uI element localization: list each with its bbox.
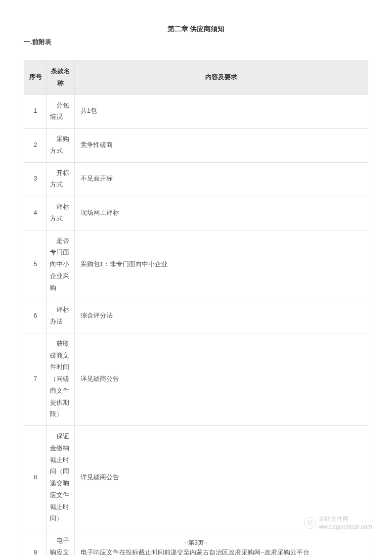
cell-num: 2 — [24, 129, 47, 163]
cell-num: 1 — [24, 94, 47, 129]
cell-content: 不见面开标 — [75, 162, 368, 196]
cell-content: 共1包 — [75, 94, 368, 129]
header-name: 条款名称 — [47, 61, 75, 95]
chapter-title: 第二章 供应商须知 — [24, 25, 368, 34]
cell-num: 8 — [24, 426, 47, 530]
watermark-url: www.cgwenjian.com — [319, 523, 372, 530]
table-row: 6 评标办法 综合评分法 — [24, 299, 368, 333]
cell-num: 4 — [24, 196, 47, 231]
watermark-logo-icon: 佰 — [304, 517, 316, 529]
cell-content: 详见磋商公告 — [75, 333, 368, 425]
table-row: 5 是否专门面向中小企业采购 采购包1：非专门面向中小企业 — [24, 230, 368, 299]
table-row: 4 评标方式 现场网上评标 — [24, 196, 368, 231]
cell-content: 竞争性磋商 — [75, 129, 368, 163]
cell-name: 是否专门面向中小企业采购 — [47, 230, 75, 299]
cell-name: 评标方式 — [47, 196, 75, 231]
table-row: 3 开标方式 不见面开标 — [24, 162, 368, 196]
attachment-table: 序号 条款名称 内容及要求 1 分包情况 共1包 2 采购方式 竞争性磋商 3 … — [24, 60, 368, 555]
cell-name: 开标方式 — [47, 162, 75, 196]
cell-content: 采购包1：非专门面向中小企业 — [75, 230, 368, 299]
page-footer: --第3页-- — [0, 539, 392, 547]
table-row: 7 获取磋商文件时间（同磋商文件提供期限） 详见磋商公告 — [24, 333, 368, 425]
table-row: 2 采购方式 竞争性磋商 — [24, 129, 368, 163]
cell-name: 保证金缴纳截止时间（同递交响应文件截止时间） — [47, 426, 75, 530]
cell-content: 详见磋商公告 — [75, 426, 368, 530]
watermark-text: 采购文件网 — [319, 515, 348, 522]
cell-content: 现场网上评标 — [75, 196, 368, 231]
header-num: 序号 — [24, 61, 47, 95]
table-row: 8 保证金缴纳截止时间（同递交响应文件截止时间） 详见磋商公告 — [24, 426, 368, 530]
cell-name: 分包情况 — [47, 94, 75, 129]
cell-name: 采购方式 — [47, 129, 75, 163]
watermark: 佰 采购文件网 www.cgwenjian.com — [304, 515, 372, 530]
table-row: 1 分包情况 共1包 — [24, 94, 368, 129]
cell-name: 获取磋商文件时间（同磋商文件提供期限） — [47, 333, 75, 425]
cell-num: 3 — [24, 162, 47, 196]
cell-num: 6 — [24, 299, 47, 333]
cell-content: 综合评分法 — [75, 299, 368, 333]
section-title: 一.前附表 — [24, 38, 368, 46]
header-content: 内容及要求 — [75, 61, 368, 95]
cell-num: 5 — [24, 230, 47, 299]
table-header-row: 序号 条款名称 内容及要求 — [24, 61, 368, 95]
cell-name: 评标办法 — [47, 299, 75, 333]
cell-num: 7 — [24, 333, 47, 425]
